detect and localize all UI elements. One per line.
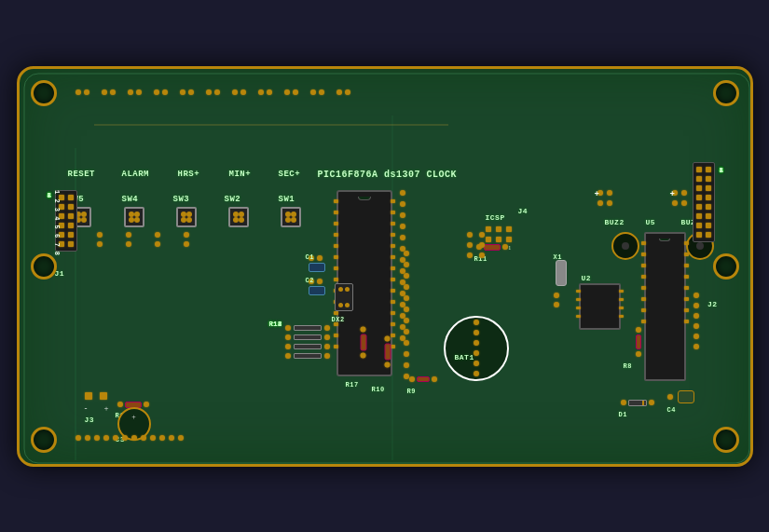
- r9-label: R9: [407, 388, 416, 395]
- pad: [84, 89, 89, 95]
- u5-label: U5: [646, 218, 656, 226]
- pad: [128, 89, 133, 95]
- hrs-label: HRS+: [178, 170, 200, 179]
- dx2-component: [335, 283, 353, 311]
- bat1-component: [444, 316, 509, 381]
- pad: [345, 89, 350, 95]
- c4-label: C4: [667, 406, 676, 414]
- r8-component: [636, 327, 641, 357]
- resistor-array: [285, 325, 330, 359]
- j4-label: J4: [518, 207, 529, 215]
- pad: [258, 89, 264, 95]
- r10-component: [384, 335, 391, 367]
- pad: [110, 89, 116, 95]
- bat1-label: BAT1: [455, 353, 474, 361]
- mount-hole-mr: [713, 253, 739, 280]
- c1-label: C1: [306, 253, 314, 261]
- mount-hole-br: [713, 427, 739, 453]
- j1-labels: 1 2 3 4 5 6 7 8: [53, 190, 61, 256]
- c2-label: C2: [306, 277, 314, 284]
- pad: [267, 89, 272, 95]
- sec-label: SEC+: [279, 170, 301, 179]
- j3-area: - +: [85, 392, 109, 413]
- pad: [188, 89, 194, 95]
- pad: [162, 89, 168, 95]
- pad: [284, 89, 290, 95]
- sw3-label: SW3: [173, 195, 190, 204]
- r10-label: R10: [372, 386, 385, 393]
- pad: [102, 89, 107, 95]
- d1-label: D1: [619, 411, 627, 418]
- x1-component: [556, 260, 567, 286]
- u5-ic: [644, 232, 686, 381]
- bottom-pads: [76, 435, 184, 441]
- mount-hole-bl: [31, 427, 57, 453]
- j2-connector: [693, 162, 715, 242]
- sw2-label: SW2: [225, 195, 241, 204]
- c4-component: [667, 390, 694, 403]
- j1-label: J1: [55, 269, 65, 278]
- icsp-pads-extended: [467, 232, 487, 258]
- top-pads-row: [76, 89, 350, 95]
- pad: [293, 89, 298, 95]
- min-label: MIN+: [229, 170, 252, 179]
- x1-label: X1: [554, 253, 562, 261]
- buz2-component: [611, 232, 639, 260]
- sw3-component: [176, 207, 197, 227]
- sw1-component: [281, 207, 301, 227]
- pad: [180, 89, 185, 95]
- buz2-label: BUZ2: [605, 218, 625, 226]
- r9-component: [409, 376, 437, 382]
- mount-hole-ml: [31, 253, 57, 280]
- r8-label: R8: [624, 362, 632, 370]
- pad: [310, 89, 316, 95]
- d1-component: [621, 400, 654, 406]
- mid-pads-col: [404, 251, 409, 379]
- j2-label: J2: [707, 300, 718, 308]
- pad: [240, 89, 246, 95]
- u2-label: U2: [582, 274, 592, 282]
- reset-label: RESET: [68, 170, 96, 179]
- icsp-label: ICSP: [486, 213, 512, 222]
- alarm-label: ALARM: [122, 170, 150, 179]
- switch-pads-row: [68, 232, 189, 247]
- dx2-label: DX2: [332, 316, 345, 323]
- ic-name-label: PIC16F876A ds1307 CLOCK: [318, 170, 458, 180]
- pad: [154, 89, 159, 95]
- pad: [232, 89, 238, 95]
- j2-extend-pads: [693, 293, 699, 349]
- pad: [319, 89, 324, 95]
- pad: [214, 89, 220, 95]
- sw2-component: [228, 207, 249, 227]
- sw4-component: [124, 207, 144, 227]
- u2-ic: [579, 283, 621, 330]
- r17-component: [360, 326, 366, 358]
- pad: [136, 89, 142, 95]
- pcb-board: RESET ALARM HRS+ MIN+ SEC+ PIC16F876A ds…: [17, 66, 753, 467]
- pad: [76, 89, 81, 95]
- pad: [336, 89, 342, 95]
- sw4-label: SW4: [122, 195, 139, 204]
- j3-label: J3: [85, 416, 95, 424]
- mount-hole-tr: [713, 80, 739, 106]
- sw1-label: SW1: [279, 195, 295, 204]
- r17-label: R17: [346, 381, 359, 389]
- pad: [206, 89, 212, 95]
- mount-hole-tl: [31, 80, 57, 106]
- x1-pads: [554, 293, 559, 307]
